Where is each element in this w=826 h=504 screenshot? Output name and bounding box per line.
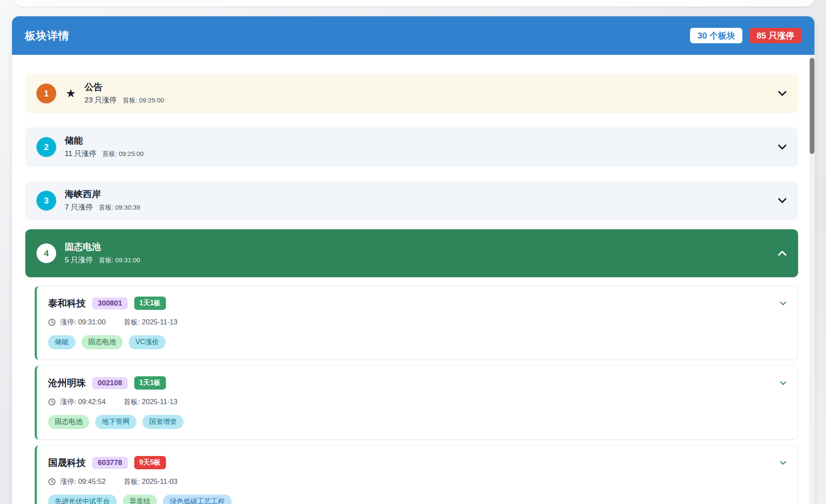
rank-badge: 3 [36, 191, 56, 210]
limit-up-count-badge: 85 只涨停 [749, 28, 802, 43]
sector-name: 固态电池 [65, 242, 140, 252]
sector-row-chuneng[interactable]: 2 储能 11 只涨停 首板: 09:25:00 [25, 127, 798, 167]
clock-icon [48, 478, 56, 486]
sector-text: 固态电池 5 只涨停 首板: 09:31:00 [65, 242, 140, 264]
sector-text: 储能 11 只涨停 首板: 09:25:00 [65, 135, 144, 158]
header-badges: 30 个板块 85 只涨停 [690, 28, 802, 43]
limit-up-time: 涨停: 09:42:54 [60, 397, 106, 407]
stock-code-badge: 002108 [92, 377, 128, 389]
stock-name: 沧州明珠 [48, 377, 86, 390]
concept-tag: 绿色低碳工艺工程 [163, 495, 232, 504]
sector-row-gutaidianchi[interactable]: 4 固态电池 5 只涨停 首板: 09:31:00 [25, 229, 798, 277]
stock-list: 泰和科技 300801 1天1板 涨停: 09:31:00 首板: 2025-1… [35, 286, 798, 504]
limit-up-count: 5 只涨停 [65, 255, 93, 265]
sector-text: 海峡西岸 7 只涨停 首板: 09:30:39 [65, 189, 140, 212]
stock-card-cangzhoumingzhu[interactable]: 沧州明珠 002108 1天1板 涨停: 09:42:54 首板: 2025-1… [35, 366, 798, 440]
rank-badge: 2 [36, 137, 56, 157]
first-board-time: 首板: 09:25:00 [123, 96, 164, 105]
chevron-down-icon[interactable] [778, 198, 787, 204]
chevron-down-icon[interactable] [778, 144, 787, 150]
star-icon[interactable]: ★ [66, 88, 76, 99]
chevron-down-icon[interactable] [780, 301, 787, 306]
chevron-up-icon[interactable] [778, 250, 787, 256]
first-board-time: 首板: 09:31:00 [99, 256, 140, 264]
chevron-down-icon[interactable] [780, 381, 787, 385]
clock-icon [48, 398, 56, 406]
streak-badge: 1天1板 [134, 297, 166, 310]
first-board-date: 首板: 2025-11-13 [124, 318, 177, 327]
page-title: 板块详情 [25, 29, 69, 43]
clock-icon [48, 318, 56, 326]
first-board-date: 首板: 2025-11-03 [124, 477, 177, 486]
chevron-down-icon[interactable] [778, 90, 787, 96]
limit-up-count: 23 只涨停 [84, 95, 117, 105]
sector-text: 公告 23 只涨停 首板: 09:25:00 [84, 82, 164, 105]
panel-header: 板块详情 30 个板块 85 只涨停 [12, 16, 814, 55]
sector-name: 海峡西岸 [65, 189, 140, 199]
concept-tag: 地下管网 [95, 415, 136, 429]
first-board-date: 首板: 2025-11-13 [124, 397, 177, 407]
limit-up-count: 11 只涨停 [65, 149, 96, 159]
scrollbar-thumb[interactable] [810, 58, 814, 154]
concept-tag: 异质结 [123, 495, 157, 504]
streak-badge: 1天1板 [134, 376, 166, 390]
sector-name: 储能 [65, 135, 144, 146]
stock-name: 国晟科技 [48, 456, 86, 469]
first-board-time: 首板: 09:30:39 [99, 204, 140, 212]
sector-list: 1 ★ 公告 23 只涨停 首板: 09:25:00 2 储能 11 只涨停 首… [12, 55, 814, 504]
stock-code-badge: 300801 [92, 297, 128, 309]
tag-row: 储能 固态电池 VC涨价 [48, 335, 787, 349]
stock-card-taihekeji[interactable]: 泰和科技 300801 1天1板 涨停: 09:31:00 首板: 2025-1… [35, 286, 798, 360]
concept-tag: 先进光伏中试平台 [48, 495, 117, 504]
streak-badge: 9天5板 [134, 456, 166, 469]
limit-up-count: 7 只涨停 [65, 202, 93, 212]
chevron-down-icon[interactable] [780, 461, 787, 465]
concept-tag: VC涨价 [129, 335, 166, 349]
stock-card-guoshengkeji[interactable]: 国晟科技 603778 9天5板 涨停: 09:45:52 首板: 2025-1… [35, 445, 798, 504]
sector-row-gonggao[interactable]: 1 ★ 公告 23 只涨停 首板: 09:25:00 [25, 74, 798, 113]
tag-row: 固态电池 地下管网 国资增资 [48, 415, 787, 429]
sector-count-badge: 30 个板块 [690, 28, 742, 43]
rank-badge: 1 [36, 84, 56, 103]
rank-badge: 4 [36, 243, 56, 263]
limit-up-time: 涨停: 09:45:52 [60, 477, 106, 486]
stock-name: 泰和科技 [48, 297, 86, 310]
sector-row-haixia[interactable]: 3 海峡西岸 7 只涨停 首板: 09:30:39 [25, 181, 798, 220]
sector-detail-panel: 板块详情 30 个板块 85 只涨停 1 ★ 公告 23 只涨停 首板: 09:… [12, 16, 814, 504]
concept-tag: 固态电池 [48, 415, 89, 429]
sector-name: 公告 [84, 82, 164, 92]
previous-card-bottom [15, 0, 813, 6]
first-board-time: 首板: 09:25:00 [102, 150, 144, 158]
tag-row: 先进光伏中试平台 异质结 绿色低碳工艺工程 [48, 495, 787, 504]
concept-tag: 国资增资 [142, 415, 184, 429]
concept-tag: 储能 [48, 335, 75, 349]
stock-code-badge: 603778 [92, 457, 128, 469]
concept-tag: 固态电池 [81, 335, 123, 349]
limit-up-time: 涨停: 09:31:00 [60, 318, 106, 327]
